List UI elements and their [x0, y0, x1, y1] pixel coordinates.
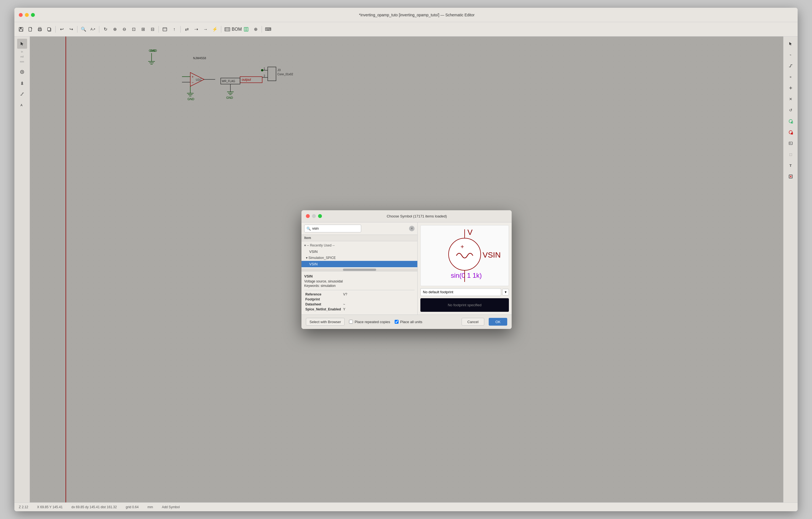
dialog-title-bar: Choose Symbol (17171 items loaded) — [301, 210, 512, 223]
bom-button[interactable]: BOM — [232, 25, 241, 34]
add-power-tool[interactable] — [17, 78, 27, 88]
assign-footprint-button[interactable]: → — [201, 25, 210, 34]
select-with-browser-button[interactable]: Select with Browser — [306, 318, 345, 326]
scripting-button[interactable]: ⌨ — [264, 25, 272, 34]
recently-used-group[interactable]: ▾ -- Recently Used -- — [301, 242, 417, 249]
unit-mil[interactable]: mil — [21, 55, 24, 58]
schematic-canvas[interactable]: GND NJM4558 U1C + − — [30, 36, 783, 502]
dialog-minimize-button[interactable] — [312, 214, 316, 218]
find-button[interactable]: 🔍 — [79, 25, 88, 34]
modal-overlay: Choose Symbol (17171 items loaded) 🔍 — [30, 36, 783, 502]
symbol-description: Voltage source, sinusoidal — [304, 280, 414, 283]
search-bar: 🔍 ✕ — [301, 223, 417, 235]
wire-tool[interactable] — [786, 61, 796, 71]
svg-rect-8 — [48, 28, 50, 31]
pin-tool[interactable]: ⬚ — [786, 149, 796, 160]
svg-text:VSIN: VSIN — [483, 251, 500, 259]
svg-text:A: A — [21, 104, 23, 107]
status-bar: Z 2.12 X 69.85 Y 145.41 dx 69.85 dy 145.… — [14, 502, 798, 511]
footprint-dropdown[interactable]: No default footprint — [420, 288, 501, 296]
toolbar-sep-7 — [262, 26, 262, 33]
scrollbar-thumb — [343, 269, 376, 271]
unit-in[interactable]: in — [21, 50, 23, 53]
up-button[interactable]: ↑ — [170, 25, 179, 34]
main-window: *inverting_opamp_tuto [inverting_opamp_t… — [14, 8, 798, 511]
dialog-maximize-button[interactable] — [318, 214, 322, 218]
symbol-search-input[interactable] — [304, 225, 361, 232]
datasheet-label: Datasheet — [304, 302, 342, 307]
zoom-level: Z 2.12 — [19, 505, 28, 509]
cancel-button[interactable]: Cancel — [462, 318, 484, 326]
print-button[interactable] — [35, 25, 44, 34]
cursor-tool[interactable] — [786, 39, 796, 49]
svg-text:sin(0 1 1k): sin(0 1 1k) — [451, 272, 482, 279]
main-toolbar: ↩ ↪ 🔍 A↗ ↻ ⊕ ⊖ ⊡ ⊞ ⊟ ↑ ⇄ ⇢ → ⚡ BOM ⊕ ⌨ — [14, 22, 798, 36]
svg-text:+: + — [791, 121, 793, 123]
symbol-tree-list[interactable]: ▾ -- Recently Used -- VSIN ▾ Simulation_… — [301, 241, 417, 268]
place-repeated-checkbox[interactable] — [349, 320, 353, 324]
place-all-units-group: Place all units — [395, 320, 422, 324]
netlist-button[interactable] — [223, 25, 232, 34]
cross-tool[interactable]: ✕ — [786, 94, 796, 104]
toolbar-sep-4 — [158, 26, 159, 33]
annotate-button[interactable]: A↗ — [88, 25, 97, 34]
redo-button[interactable]: ↪ — [67, 25, 76, 34]
simulation-spice-vsin[interactable]: VSIN — [301, 261, 417, 267]
footprint-label: Footprint — [304, 297, 342, 302]
zoom-in-button[interactable]: ⊕ — [110, 25, 119, 34]
footprint-arrow-button[interactable]: ▾ — [502, 289, 509, 295]
symbol-name: VSIN — [304, 274, 414, 278]
new-file-button[interactable] — [26, 25, 35, 34]
junction-tool[interactable] — [786, 83, 796, 93]
erc-button[interactable]: ⚡ — [210, 25, 219, 34]
ok-button[interactable]: OK — [489, 318, 507, 326]
text-tool[interactable]: T — [786, 161, 796, 170]
add-label-tool[interactable]: A — [17, 100, 27, 110]
undo-button[interactable]: ↩ — [57, 25, 66, 34]
recently-used-vsin[interactable]: VSIN — [301, 249, 417, 255]
add-tool[interactable]: + — [786, 116, 796, 126]
sheet-button[interactable] — [161, 25, 169, 34]
reference-label: Reference — [304, 292, 342, 297]
zoom-out-button[interactable]: ⊖ — [120, 25, 128, 34]
add-symbol-tool[interactable] — [17, 67, 27, 77]
choose-symbol-dialog: Choose Symbol (17171 items loaded) 🔍 — [301, 210, 512, 329]
inspect-button[interactable]: ⊕ — [251, 25, 260, 34]
unit-mm[interactable]: mm — [20, 60, 24, 63]
net-highlight-button[interactable]: ⇢ — [192, 25, 201, 34]
svg-point-79 — [790, 143, 790, 144]
svg-rect-2 — [20, 29, 22, 31]
horizontal-scrollbar[interactable] — [301, 268, 417, 271]
pcb-button[interactable] — [242, 25, 251, 34]
toolbar-sep-1 — [55, 26, 56, 33]
bus-tool[interactable]: ≡ — [786, 72, 796, 82]
save-button[interactable] — [17, 25, 25, 34]
zoom-fit-button[interactable]: ⊡ — [129, 25, 138, 34]
image-tool[interactable] — [786, 138, 796, 148]
dialog-left-panel: 🔍 ✕ Item ▾ -- Recently Used -- — [301, 223, 417, 315]
refresh-button[interactable]: ↻ — [101, 25, 110, 34]
recently-used-label: ▾ -- Recently Used -- — [304, 243, 335, 247]
minimize-button[interactable] — [25, 13, 29, 17]
column-header: Item — [301, 235, 417, 241]
zoom-select-button[interactable]: ⊟ — [148, 25, 157, 34]
close-button[interactable] — [19, 13, 23, 17]
maximize-button[interactable] — [31, 13, 35, 17]
search-icon: 🔍 — [307, 226, 311, 230]
rotate-tool[interactable]: ↺ — [786, 105, 796, 115]
dialog-body: 🔍 ✕ Item ▾ -- Recently Used -- — [301, 223, 512, 315]
remove-tool[interactable]: − — [786, 127, 796, 137]
left-toolbar: in mil mm A — [14, 36, 30, 502]
search-clear-button[interactable]: ✕ — [409, 226, 414, 231]
simulation-spice-group[interactable]: ▾ Simulation_SPICE — [301, 255, 417, 261]
drc-tool[interactable] — [786, 172, 796, 181]
place-all-units-checkbox[interactable] — [395, 320, 399, 324]
dialog-footer: Select with Browser Place repeated copie… — [301, 315, 512, 329]
net-inspector-tool[interactable]: ⌁ — [786, 50, 796, 60]
copy-button[interactable] — [45, 25, 54, 34]
draw-wire-tool[interactable] — [17, 89, 27, 99]
zoom-area-button[interactable]: ⊞ — [139, 25, 147, 34]
select-tool[interactable] — [17, 39, 27, 49]
net-nav-button[interactable]: ⇄ — [182, 25, 191, 34]
dialog-close-button[interactable] — [306, 214, 310, 218]
